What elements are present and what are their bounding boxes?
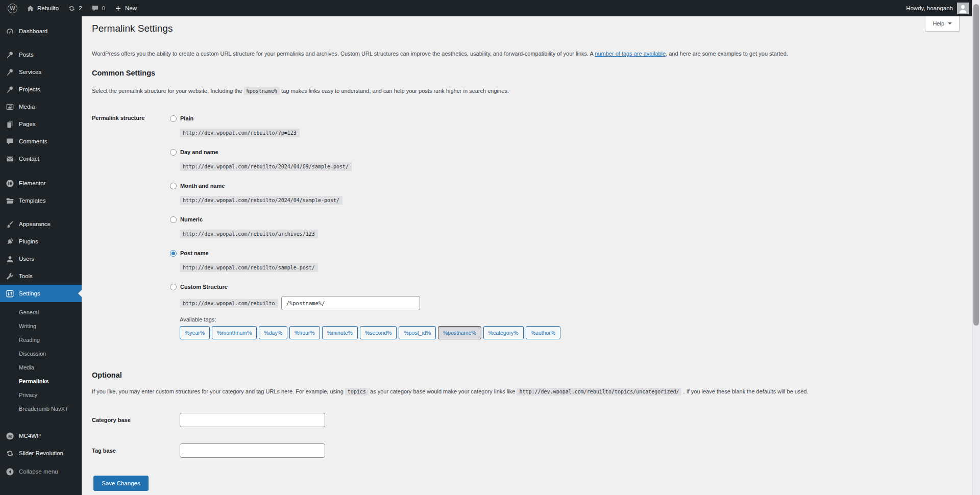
pushpin-icon xyxy=(6,85,14,94)
month-name-radio-row[interactable]: Month and name xyxy=(170,181,962,191)
custom-structure-radio-row[interactable]: Custom Structure xyxy=(170,282,962,292)
settings-sliders-icon xyxy=(6,289,14,298)
sidebar-item-settings[interactable]: Settings xyxy=(0,285,82,302)
sidebar-item-slider-revolution[interactable]: Slider Revolution xyxy=(0,444,82,462)
svg-text:M: M xyxy=(8,434,12,438)
sidebar-item-contact[interactable]: Contact xyxy=(0,150,82,167)
sidebar-item-dashboard[interactable]: Dashboard xyxy=(0,22,82,40)
collapse-menu-button[interactable]: Collapse menu xyxy=(0,463,82,480)
sidebar-item-posts[interactable]: Posts xyxy=(0,46,82,63)
month-name-label: Month and name xyxy=(180,183,225,189)
tag-button-day[interactable]: %day% xyxy=(259,326,287,339)
custom-structure-radio[interactable] xyxy=(170,284,177,290)
sidebar-label: Collapse menu xyxy=(19,468,58,475)
permalink-option-custom: Custom Structure http://dev.wpopal.com/r… xyxy=(170,282,962,339)
permalink-form-table: Permalink structure Plain http://dev.wpo… xyxy=(92,113,962,350)
tag-base-row: Tag base xyxy=(92,443,962,458)
number-of-tags-link[interactable]: number of tags are available xyxy=(595,51,666,57)
sidebar-item-projects[interactable]: Projects xyxy=(0,81,82,98)
tag-button-post-id[interactable]: %post_id% xyxy=(399,326,436,339)
numeric-radio-row[interactable]: Numeric xyxy=(170,214,962,225)
save-changes-button[interactable]: Save Changes xyxy=(93,476,149,491)
custom-structure-input[interactable] xyxy=(281,296,420,310)
submenu-item-writing[interactable]: Writing xyxy=(0,319,82,333)
sidebar-item-comments[interactable]: Comments xyxy=(0,133,82,150)
available-tags-label: Available tags: xyxy=(180,316,962,323)
sidebar-label: Comments xyxy=(19,138,47,144)
numeric-radio[interactable] xyxy=(170,216,177,223)
tag-button-category[interactable]: %category% xyxy=(483,326,524,339)
site-name-link[interactable]: Rebuilto xyxy=(22,0,63,16)
page-title: Permalink Settings xyxy=(92,21,962,36)
updates-link[interactable]: 2 xyxy=(63,0,86,16)
elementor-icon xyxy=(6,179,14,188)
optional-description: If you like, you may enter custom struct… xyxy=(92,387,962,396)
sidebar-item-tools[interactable]: Tools xyxy=(0,267,82,285)
tag-button-author[interactable]: %author% xyxy=(526,326,560,339)
common-settings-heading: Common Settings xyxy=(92,69,962,77)
sidebar-item-mc4wp[interactable]: M MC4WP xyxy=(0,427,82,444)
plain-radio[interactable] xyxy=(170,115,177,122)
permalink-option-day-name: Day and name http://dev.wpopal.com/rebui… xyxy=(170,147,962,170)
my-account-menu[interactable]: Howdy, hoanganh xyxy=(906,0,969,16)
sidebar-item-appearance[interactable]: Appearance xyxy=(0,215,82,233)
sidebar-item-plugins[interactable]: Plugins xyxy=(0,233,82,250)
day-name-radio-row[interactable]: Day and name xyxy=(170,147,962,157)
post-name-label: Post name xyxy=(180,250,209,256)
permalink-structure-label: Permalink structure xyxy=(92,113,170,350)
sidebar-item-users[interactable]: Users xyxy=(0,250,82,267)
submenu-item-discussion[interactable]: Discussion xyxy=(0,347,82,361)
submenu-item-general[interactable]: General xyxy=(0,306,82,319)
sidebar-label: Slider Revolution xyxy=(19,450,63,456)
submenu-item-media[interactable]: Media xyxy=(0,361,82,375)
topics-code-chip: topics xyxy=(345,388,369,395)
plain-label: Plain xyxy=(180,115,193,121)
tag-button-monthnum[interactable]: %monthnum% xyxy=(212,326,257,339)
permalink-option-month-name: Month and name http://dev.wpopal.com/reb… xyxy=(170,181,962,204)
sidebar-item-services[interactable]: Services xyxy=(0,63,82,81)
sidebar-label: Projects xyxy=(19,86,40,92)
post-name-radio-row[interactable]: Post name xyxy=(170,248,962,258)
tag-base-label: Tag base xyxy=(92,448,170,454)
wordpress-logo-menu[interactable]: W xyxy=(3,0,22,16)
plug-icon xyxy=(6,237,14,246)
submenu-item-reading[interactable]: Reading xyxy=(0,333,82,347)
sidebar-item-templates[interactable]: Templates xyxy=(0,192,82,209)
sidebar-label: Plugins xyxy=(19,238,38,244)
category-base-row: Category base xyxy=(92,413,962,427)
sidebar-label: Tools xyxy=(19,273,33,279)
new-content-menu[interactable]: New xyxy=(110,0,141,16)
month-name-radio[interactable] xyxy=(170,183,177,189)
submenu-item-breadcrumb-navxt[interactable]: Breadcrumb NavXT xyxy=(0,402,82,416)
folder-icon xyxy=(6,196,14,205)
submenu-item-permalinks[interactable]: Permalinks xyxy=(0,375,82,388)
sidebar-item-media[interactable]: Media xyxy=(0,98,82,115)
plain-radio-row[interactable]: Plain xyxy=(170,113,962,123)
tag-base-input[interactable] xyxy=(180,443,325,458)
tag-button-postname[interactable]: %postname% xyxy=(438,326,481,339)
user-icon xyxy=(6,255,14,263)
page-scrollbar-thumb[interactable] xyxy=(973,4,979,326)
comments-link[interactable]: 0 xyxy=(87,0,110,16)
page-scrollbar-track xyxy=(972,0,980,495)
sidebar-label: Pages xyxy=(19,121,36,127)
permalink-option-post-name: Post name http://dev.wpopal.com/rebuilto… xyxy=(170,248,962,271)
common-settings-description: Select the permalink structure for your … xyxy=(92,87,962,95)
tag-button-year[interactable]: %year% xyxy=(180,326,210,339)
help-button[interactable]: Help xyxy=(925,16,960,32)
refresh-arrows-icon xyxy=(6,449,14,458)
category-base-input[interactable] xyxy=(180,413,325,427)
sidebar-item-pages[interactable]: Pages xyxy=(0,115,82,133)
comment-bubble-icon xyxy=(91,5,99,12)
post-name-radio[interactable] xyxy=(170,250,177,257)
day-name-example-url: http://dev.wpopal.com/rebuilto/2024/04/0… xyxy=(180,162,352,171)
optional-text-after: . If you leave these blank the defaults … xyxy=(681,388,808,394)
sidebar-item-elementor[interactable]: Elementor xyxy=(0,175,82,192)
wordpress-logo-icon: W xyxy=(8,4,17,13)
day-name-radio[interactable] xyxy=(170,149,177,156)
submenu-item-privacy[interactable]: Privacy xyxy=(0,388,82,402)
tag-button-minute[interactable]: %minute% xyxy=(322,326,358,339)
tag-button-second[interactable]: %second% xyxy=(360,326,397,339)
sidebar-label: Users xyxy=(19,256,34,262)
tag-button-hour[interactable]: %hour% xyxy=(289,326,320,339)
